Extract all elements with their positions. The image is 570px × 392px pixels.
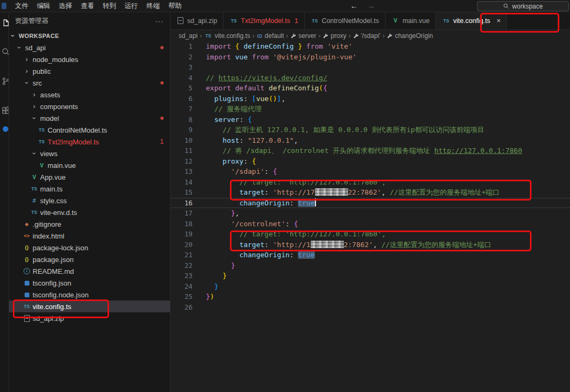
tree-item-components[interactable]: ›components (9, 101, 170, 112)
tree-item-workspace[interactable]: ›WORKSPACE (9, 30, 170, 42)
line-number[interactable]: 14 (170, 177, 192, 188)
tree-item-main-ts[interactable]: TSmain.ts (9, 183, 170, 195)
line-number[interactable]: 21 (170, 250, 192, 260)
line-number[interactable]: 7 (170, 104, 192, 114)
code-line-3[interactable]: 3 (170, 62, 570, 73)
code-line-6[interactable]: 6 plugins: [vue()], (170, 94, 570, 104)
tree-item-tsconfig-json[interactable]: tsconfig.json (9, 277, 170, 289)
tree-item-package-json[interactable]: {}package.json (9, 253, 170, 265)
menu-item-[interactable]: 终端 (142, 0, 164, 12)
code-line-21[interactable]: 21 changeOrigin: true (170, 250, 570, 260)
tree-item-app-vue[interactable]: VApp.vue (9, 171, 170, 183)
line-number[interactable]: 12 (170, 156, 192, 167)
code-line-22[interactable]: 22 } (170, 260, 570, 271)
menu-item-[interactable]: 帮助 (164, 0, 186, 12)
tree-item-assets[interactable]: ›assets (9, 89, 170, 101)
line-number[interactable]: 11 (170, 145, 192, 156)
code-line-1[interactable]: 1import { defineConfig } from 'vite' (170, 41, 570, 52)
tree-item-vite-config-ts[interactable]: TSvite.config.ts (9, 301, 170, 312)
line-number[interactable]: 8 (170, 114, 192, 125)
tree-item-sd-api-zip[interactable]: sd_api.zip (9, 312, 170, 324)
line-number[interactable]: 17 (170, 208, 192, 219)
line-number[interactable]: 26 (170, 302, 192, 313)
line-number[interactable]: 10 (170, 135, 192, 146)
menu-item-[interactable]: 文件 (11, 0, 33, 12)
tree-item-views[interactable]: ›views (9, 148, 170, 159)
breadcrumb-item-sd-api[interactable]: sd_api (179, 32, 197, 40)
menu-item-[interactable]: 选择 (55, 0, 76, 12)
menu-item-[interactable]: 编辑 (33, 0, 55, 12)
remote-indicator-icon[interactable] (1, 125, 9, 135)
tab-main-vue[interactable]: Vmain.vue (386, 12, 436, 29)
line-number[interactable]: 2 (170, 52, 192, 63)
line-number[interactable]: 3 (170, 62, 192, 73)
line-number[interactable]: 4 (170, 73, 192, 83)
code-line-23[interactable]: 23 } (170, 271, 570, 281)
line-number[interactable]: 13 (170, 166, 192, 177)
code-line-8[interactable]: 8 server: { (170, 114, 570, 125)
code-line-19[interactable]: 19 // target: 'http://127.0.0.1:7860', (170, 229, 570, 240)
breadcrumb-item-changeorigin[interactable]: changeOrigin (387, 32, 433, 40)
tree-item-sd-api[interactable]: ›sd_api (9, 42, 170, 53)
code-line-16[interactable]: 16 changeOrigin: true (170, 198, 570, 209)
code-line-7[interactable]: 7 // 服务端代理 (170, 104, 570, 114)
tree-item-gitignore[interactable]: ◆.gitignore (9, 218, 170, 230)
code-line-14[interactable]: 14 // target: 'http://127.0.0.1:7860', (170, 177, 570, 188)
line-number[interactable]: 9 (170, 125, 192, 135)
tree-item-index-html[interactable]: <>index.html (9, 230, 170, 242)
line-number[interactable]: 16 (170, 198, 192, 209)
breadcrumb-item-proxy[interactable]: proxy (322, 32, 346, 40)
line-number[interactable]: 25 (170, 291, 192, 302)
code-line-2[interactable]: 2import vue from '@vitejs/plugin-vue' (170, 52, 570, 63)
search-icon[interactable] (1, 47, 9, 58)
line-number[interactable]: 5 (170, 83, 192, 94)
line-number[interactable]: 15 (170, 187, 192, 198)
line-number[interactable]: 23 (170, 271, 192, 281)
tree-item-public[interactable]: ›public (9, 65, 170, 77)
line-number[interactable]: 20 (170, 240, 192, 250)
code-line-17[interactable]: 17 }, (170, 208, 570, 219)
forward-arrow-icon[interactable]: → (367, 2, 375, 10)
close-tab-icon[interactable]: × (497, 17, 501, 24)
code-line-15[interactable]: 15 target: 'http://1722:7862', //这里配置为您的… (170, 187, 570, 198)
code-line-10[interactable]: 10 host: "127.0.0.1", (170, 135, 570, 146)
code-line-13[interactable]: 13 '/sdapi': { (170, 166, 570, 177)
code-line-20[interactable]: 20 target: 'http://12:7862', //这里配置为您的服务… (170, 240, 570, 250)
tree-item-tsconfig-node-json[interactable]: tsconfig.node.json (9, 289, 170, 301)
breadcrumb-item-vite-config-ts[interactable]: TSvite.config.ts (204, 30, 250, 42)
tree-item-controlnetmodel-ts[interactable]: TSControlNetModel.ts (9, 124, 170, 136)
tab-vite-config-ts[interactable]: TSvite.config.ts× (436, 12, 507, 29)
files-icon[interactable] (1, 18, 9, 29)
code-line-12[interactable]: 12 proxy: { (170, 156, 570, 167)
line-number[interactable]: 6 (170, 94, 192, 104)
more-actions-icon[interactable]: ··· (155, 17, 164, 25)
breadcrumb-item-default[interactable]: default (257, 32, 284, 40)
menu-item-[interactable]: 查看 (76, 0, 98, 12)
breadcrumb-item-sdapi[interactable]: '/sdapi' (353, 32, 381, 40)
tree-item-txt2imgmodel-ts[interactable]: TSTxt2ImgModel.ts1 (9, 136, 170, 148)
code-editor[interactable]: 1import { defineConfig } from 'vite'2imp… (170, 41, 570, 392)
tree-item-main-vue[interactable]: Vmain.vue (9, 159, 170, 171)
tab-txt2imgmodel-ts[interactable]: TSTxt2ImgModel.ts1 (224, 12, 304, 29)
tree-item-vite-env-d-ts[interactable]: TSvite-env.d.ts (9, 206, 170, 218)
tree-item-node-modules[interactable]: ›node_modules (9, 53, 170, 65)
tab-sd-api-zip[interactable]: sd_api.zip (170, 12, 224, 29)
line-number[interactable]: 19 (170, 229, 192, 240)
line-number[interactable]: 24 (170, 281, 192, 292)
tree-item-src[interactable]: ›src (9, 77, 170, 89)
menu-item-[interactable]: 运行 (120, 0, 142, 12)
code-line-11[interactable]: 11 // 将 /sdapi、 /controlnet 开头的请求都代理到服务端… (170, 145, 570, 156)
tree-item-style-css[interactable]: #style.css (9, 195, 170, 206)
code-line-24[interactable]: 24 } (170, 281, 570, 292)
code-line-26[interactable]: 26 (170, 302, 570, 313)
code-line-18[interactable]: 18 '/controlnet': { (170, 219, 570, 229)
tab-controlnetmodel-ts[interactable]: TSControlNetModel.ts (305, 12, 386, 29)
extensions-icon[interactable] (1, 106, 9, 117)
back-arrow-icon[interactable]: ← (350, 2, 358, 10)
tree-item-package-lock-json[interactable]: {}package-lock.json (9, 242, 170, 253)
code-line-5[interactable]: 5export default defineConfig({ (170, 83, 570, 94)
code-line-4[interactable]: 4// https://vitejs.dev/config/ (170, 73, 570, 83)
line-number[interactable]: 1 (170, 41, 192, 52)
line-number[interactable]: 18 (170, 219, 192, 229)
code-line-9[interactable]: 9 // 监听主机 127.0.0.1, 如果是 0.0.0.0 则代表所有ip… (170, 125, 570, 135)
